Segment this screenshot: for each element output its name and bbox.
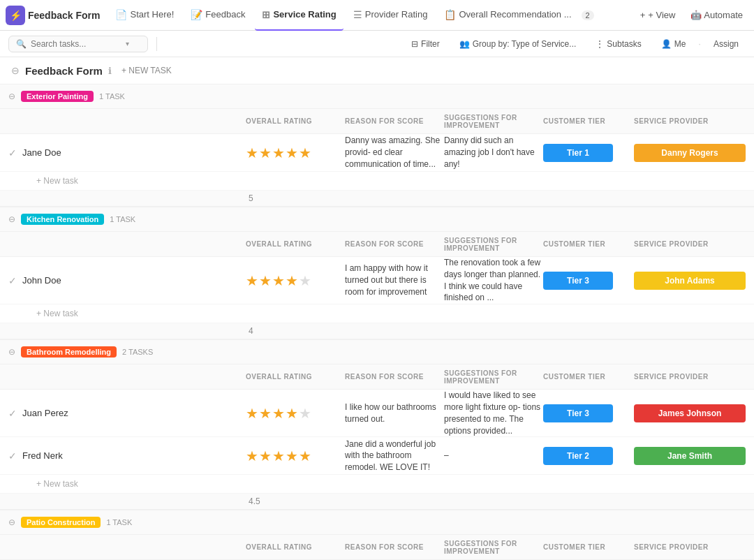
filter-label: Filter [421,39,440,49]
col-tier: CUSTOMER TIER [543,117,634,125]
tab-start-here[interactable]: 📄 Start Here! [108,0,181,31]
tier-cell: Tier 3 [543,404,634,422]
avg-row-kitchen-renovation: 4 [0,323,754,339]
page-header-toggle-icon[interactable]: ⊖ [11,65,20,76]
new-task-row-kitchen-renovation[interactable]: + New task [0,304,754,323]
reason-cell: I am happy with how it turned out but th… [345,263,444,297]
overall-rating-cell: ★★★★★ [246,405,345,422]
suggestion-cell: – [444,450,543,462]
group-toggle-exterior-painting[interactable]: ⊖ [8,91,15,101]
group-label-kitchen-renovation: Kitchen Renovation [21,214,104,225]
task-name-cell: ✓ John Doe [8,275,246,286]
star-1: ★ [246,448,258,464]
provider-badge: Danny Rogers [634,144,746,162]
automate-label: Automate [704,10,743,20]
col-provider: SERVICE PROVIDER [634,117,746,125]
page-header: ⊖ Feedback Form ℹ + NEW TASK [0,57,754,84]
group-toggle-bathroom-remodelling[interactable]: ⊖ [8,347,15,357]
col-reason: REASON FOR SCORE [345,240,444,248]
tab-overall-recommendation[interactable]: 📋 Overall Recommendation ... [437,0,578,31]
table-row[interactable]: ✓ John Doe ★★★★★ I am happy with how it … [0,257,754,304]
subtasks-icon: ⋮ [596,39,604,49]
new-task-row-exterior-painting[interactable]: + New task [0,172,754,191]
tier-cell: Tier 3 [543,272,634,290]
tab-overall-rec-icon: 📋 [444,9,456,20]
col-overall-rating: OVERALL RATING [246,117,345,125]
filter-button[interactable]: ⊟ Filter [404,36,447,52]
task-name-cell: ✓ Juan Perez [8,408,246,419]
view-button[interactable]: + + View [633,7,683,23]
star-2: ★ [259,448,272,464]
subtasks-button[interactable]: ⋮ Subtasks [589,36,648,52]
tab-provider-rating-icon: ☰ [353,9,362,20]
plus-icon: + [640,10,646,20]
group-by-icon: 👥 [459,39,470,49]
automate-icon: 🤖 [690,10,702,20]
group-by-label: Group by: Type of Service... [473,39,577,49]
col-tier: CUSTOMER TIER [543,543,634,551]
star-rating: ★★★★★ [246,145,345,161]
task-check-icon[interactable]: ✓ [8,450,17,462]
group-header-exterior-painting: ⊖ Exterior Painting 1 TASK [0,84,754,109]
page-header-info-icon: ℹ [108,66,112,76]
col-suggestions: SUGGESTIONS FOR IMPROVEMENT [444,114,543,129]
task-name: Fred Nerk [22,450,63,461]
star-3: ★ [272,145,285,161]
task-check-icon[interactable]: ✓ [8,408,17,419]
search-box[interactable]: 🔍 ▾ [8,36,148,52]
star-rating: ★★★★★ [246,405,345,422]
new-task-row-bathroom-remodelling[interactable]: + New task [0,475,754,494]
task-check-icon[interactable]: ✓ [8,147,17,159]
provider-cell: Jane Smith [634,447,746,465]
table-row[interactable]: ✓ Fred Nerk ★★★★★ Jane did a wonderful j… [0,437,754,475]
group-toggle-kitchen-renovation[interactable]: ⊖ [8,214,15,224]
tab-feedback[interactable]: 📝 Feedback [184,0,252,31]
star-1: ★ [246,272,258,289]
task-name: Jane Doe [22,147,61,158]
search-chevron-icon: ▾ [126,40,129,47]
star-4: ★ [286,405,298,422]
group-label-exterior-painting: Exterior Painting [21,91,94,102]
tab-overall-rec-label: Overall Recommendation ... [459,9,571,20]
me-label: Me [674,39,686,49]
reason-cell: I like how our bathrooms turned out. [345,401,444,425]
col-reason: REASON FOR SCORE [345,543,444,551]
star-5: ★ [299,272,311,289]
star-4: ★ [286,145,298,161]
tab-start-here-icon: 📄 [115,9,127,20]
col-tier: CUSTOMER TIER [543,373,634,381]
tab-feedback-label: Feedback [205,9,245,20]
task-name-cell: ✓ Fred Nerk [8,450,246,462]
tab-feedback-icon: 📝 [191,9,202,20]
tab-service-rating[interactable]: ⊞ Service Rating [255,0,343,31]
view-label: + View [648,10,675,20]
nav-badge[interactable]: 2 [582,10,594,20]
col-provider: SERVICE PROVIDER [634,543,746,551]
table-row[interactable]: ✓ Jane Doe ★★★★★ Danny was amazing. She … [0,134,754,172]
group-label-patio-construction: Patio Construction [21,517,101,528]
me-button[interactable]: 👤 Me [654,36,693,52]
group-count-patio-construction: 1 TASK [106,518,132,526]
avg-value: 4 [246,326,345,336]
assign-button[interactable]: Assign [707,36,746,52]
group-by-button[interactable]: 👥 Group by: Type of Service... [452,36,584,52]
tab-provider-rating[interactable]: ☰ Provider Rating [346,0,435,31]
group-header-kitchen-renovation: ⊖ Kitchen Renovation 1 TASK [0,207,754,232]
task-check-icon[interactable]: ✓ [8,275,17,286]
tier-cell: Tier 1 [543,144,634,162]
automate-button[interactable]: 🤖 Automate [685,7,748,23]
star-3: ★ [272,448,285,464]
group-toggle-patio-construction[interactable]: ⊖ [8,517,15,527]
group-label-bathroom-remodelling: Bathroom Remodelling [21,346,117,358]
group-header-patio-construction: ⊖ Patio Construction 1 TASK [0,510,754,535]
star-2: ★ [259,272,272,289]
new-task-button[interactable]: + NEW TASK [117,64,176,77]
table-row[interactable]: ✓ Juan Perez ★★★★★ I like how our bathro… [0,390,754,437]
col-headers-bathroom-remodelling: OVERALL RATING REASON FOR SCORE SUGGESTI… [0,364,754,390]
task-name: John Doe [22,275,61,286]
me-icon: 👤 [661,39,672,49]
tab-service-rating-label: Service Rating [273,9,336,20]
star-rating: ★★★★★ [246,272,345,289]
reason-cell: Danny was amazing. She provid- ed clear … [345,135,444,170]
search-input[interactable] [31,39,121,49]
